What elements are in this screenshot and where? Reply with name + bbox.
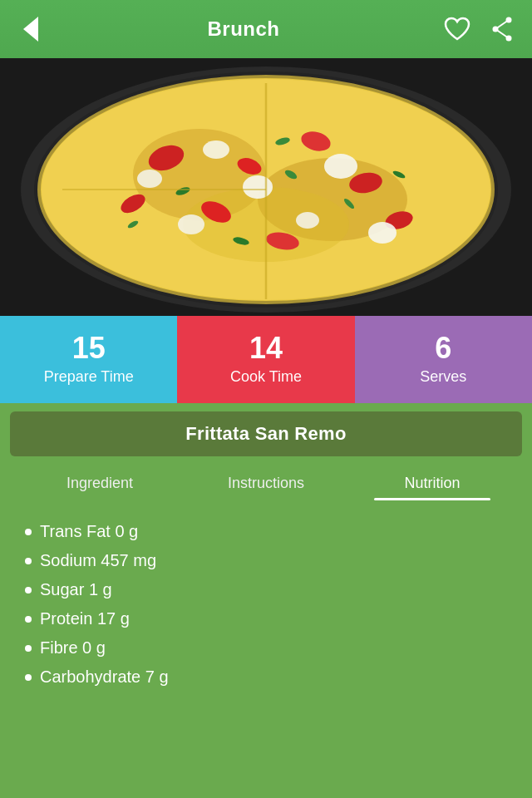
nutrition-text: Trans Fat 0 g: [40, 522, 138, 541]
svg-point-21: [243, 175, 273, 199]
serves-box: 6 Serves: [355, 316, 532, 403]
recipe-title: Frittata San Remo: [185, 423, 346, 444]
stats-row: 15 Prepare Time 14 Cook Time 6 Serves: [0, 316, 532, 403]
favorite-button[interactable]: [441, 13, 474, 45]
share-button[interactable]: [487, 13, 517, 45]
bullet-icon: [25, 616, 32, 623]
nutrition-content: Trans Fat 0 gSodium 457 mgSugar 1 gProte…: [0, 500, 532, 708]
svg-point-25: [368, 222, 397, 244]
nutrition-text: Fibre 0 g: [40, 638, 106, 658]
nutrition-item: Protein 17 g: [25, 604, 507, 633]
hero-image: [0, 58, 532, 316]
svg-marker-0: [23, 17, 38, 42]
nutrition-text: Carbohydrate 7 g: [40, 667, 169, 687]
cook-time-number: 14: [249, 333, 283, 363]
app-header: Brunch: [0, 0, 532, 58]
serves-label: Serves: [420, 368, 466, 386]
nutrition-item: Trans Fat 0 g: [25, 517, 507, 546]
svg-line-4: [495, 20, 509, 29]
svg-line-5: [495, 29, 509, 38]
page-title: Brunch: [208, 17, 280, 41]
prepare-time-number: 15: [72, 333, 106, 363]
bullet-icon: [25, 587, 32, 594]
bullet-icon: [25, 645, 32, 652]
nutrition-item: Carbohydrate 7 g: [25, 663, 507, 692]
bullet-icon: [25, 529, 32, 535]
tabs-container: Ingredient Instructions Nutrition: [0, 465, 532, 500]
cook-time-box: 14 Cook Time: [177, 316, 354, 403]
bullet-icon: [25, 558, 32, 564]
nutrition-item: Sugar 1 g: [25, 575, 507, 604]
nutrition-list: Trans Fat 0 gSodium 457 mgSugar 1 gProte…: [25, 517, 507, 692]
recipe-title-bar: Frittata San Remo: [10, 411, 522, 456]
tab-instructions[interactable]: Instructions: [183, 465, 349, 500]
svg-point-22: [178, 214, 204, 234]
cook-time-label: Cook Time: [230, 368, 302, 386]
nutrition-item: Fibre 0 g: [25, 633, 507, 663]
svg-point-24: [137, 170, 162, 188]
tab-nutrition[interactable]: Nutrition: [349, 465, 515, 500]
header-actions: [441, 13, 517, 45]
nutrition-text: Sodium 457 mg: [40, 551, 156, 570]
prepare-time-label: Prepare Time: [44, 368, 134, 386]
nutrition-text: Sugar 1 g: [40, 580, 112, 599]
tab-ingredient[interactable]: Ingredient: [17, 465, 183, 500]
nutrition-item: Sodium 457 mg: [25, 546, 507, 575]
back-button[interactable]: [15, 12, 47, 47]
svg-point-26: [296, 212, 319, 229]
prepare-time-box: 15 Prepare Time: [0, 316, 177, 403]
bullet-icon: [25, 674, 32, 681]
svg-point-27: [203, 140, 229, 159]
svg-point-23: [324, 154, 357, 179]
serves-number: 6: [435, 333, 451, 363]
nutrition-text: Protein 17 g: [40, 609, 130, 628]
